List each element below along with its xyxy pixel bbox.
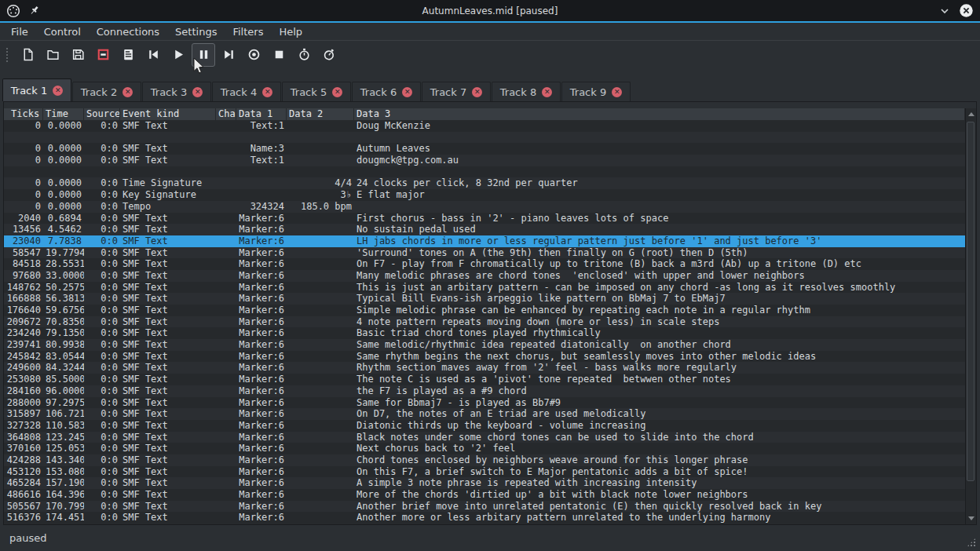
tab-track-8[interactable]: Track 8✕: [492, 82, 561, 101]
timer-button[interactable]: [292, 43, 316, 67]
record-button[interactable]: [242, 43, 265, 67]
timer-icon: [298, 48, 311, 61]
tab-close-button[interactable]: ✕: [53, 86, 63, 96]
red-minus-button[interactable]: [91, 43, 115, 67]
event-row[interactable]: 14876250.25750:0SMF TextMarker:6This is …: [4, 282, 965, 294]
event-row[interactable]: 28416096.00000:0SMF TextMarker:6the F7 i…: [4, 385, 965, 397]
column-header-source[interactable]: Source: [84, 108, 120, 120]
tab-track-5[interactable]: Track 5✕: [282, 82, 351, 101]
play-button[interactable]: [166, 43, 190, 67]
event-row[interactable]: 00.00000:0Tempo324324185.0 bpm: [4, 201, 965, 213]
event-row[interactable]: 24960084.32440:0SMF TextMarker:6Rhythm s…: [4, 362, 965, 374]
tab-close-button[interactable]: ✕: [472, 87, 482, 97]
cell: 174.4512: [43, 512, 84, 524]
vertical-scrollbar[interactable]: [965, 108, 976, 524]
cell: SMF Text: [120, 270, 216, 282]
tab-track-4[interactable]: Track 4✕: [212, 82, 281, 101]
event-row[interactable]: 00.00000:0SMF TextName:3Autumn Leaves: [4, 143, 965, 155]
stop-button[interactable]: [267, 43, 291, 67]
event-row[interactable]: 516376174.45120:0SMF TextMarker:6Another…: [4, 512, 965, 524]
column-header-data-1[interactable]: Data 1: [236, 108, 287, 120]
event-row[interactable]: 23424079.13500:0SMF TextMarker:6Basic tr…: [4, 327, 965, 339]
pin-icon[interactable]: [28, 5, 40, 16]
new-file-button[interactable]: [16, 43, 39, 67]
event-row[interactable]: 486616164.39690:0SMF TextMarker:6More of…: [4, 489, 965, 501]
event-row[interactable]: 327328110.58370:0SMF TextMarker:6Diatoni…: [4, 420, 965, 432]
shade-button[interactable]: [938, 5, 951, 17]
event-row[interactable]: 00.00000:0SMF TextText:1Doug McKenzie: [4, 120, 965, 132]
event-row[interactable]: 465284157.19060:0SMF TextMarker:6A simpl…: [4, 477, 965, 489]
toolbar-drag-handle[interactable]: [5, 47, 9, 63]
event-row-selected[interactable]: 230407.78380:0SMF TextMarker:6LH jabs ch…: [4, 235, 965, 247]
tab-close-button[interactable]: ✕: [402, 87, 412, 97]
menu-settings[interactable]: Settings: [167, 24, 225, 39]
tab-close-button[interactable]: ✕: [262, 87, 272, 97]
tab-close-button[interactable]: ✕: [192, 87, 203, 97]
column-header-chan[interactable]: Chan: [216, 108, 236, 120]
event-row[interactable]: 20967270.83500:0SMF TextMarker:64 note p…: [4, 316, 965, 328]
event-row[interactable]: 8451828.55310:0SMF TextMarker:6On F7 - p…: [4, 258, 965, 270]
skip-forward-button[interactable]: [217, 43, 240, 67]
tab-track-1[interactable]: Track 1✕: [2, 78, 71, 101]
scrollbar-thumb[interactable]: [967, 122, 975, 481]
event-row[interactable]: [4, 166, 965, 178]
timer-repeat-button[interactable]: [317, 43, 341, 67]
event-row[interactable]: 28800097.29750:0SMF TextMarker:6Same for…: [4, 397, 965, 409]
cell: dougmck@tpg.com.au: [354, 155, 965, 166]
event-row[interactable]: 424288143.34060:0SMF TextMarker:6Chord t…: [4, 454, 965, 466]
tab-track-9[interactable]: Track 9✕: [561, 82, 631, 101]
menu-control[interactable]: Control: [36, 24, 89, 39]
event-row[interactable]: 315897106.72190:0SMF TextMarker:6On D7, …: [4, 408, 965, 420]
scroll-down-button[interactable]: [967, 513, 975, 524]
event-row[interactable]: 5854719.77940:0SMF TextMarker:6'Surround…: [4, 247, 965, 259]
tab-close-button[interactable]: ✕: [122, 87, 133, 97]
event-row[interactable]: 00.00000:0Key Signature3♭E flat major: [4, 189, 965, 201]
menu-file[interactable]: File: [3, 24, 36, 39]
tab-track-2[interactable]: Track 2✕: [72, 82, 141, 101]
column-header-data-2[interactable]: Data 2: [287, 108, 354, 120]
tab-track-6[interactable]: Track 6✕: [352, 82, 421, 101]
event-row[interactable]: 23974180.99380:0SMF TextMarker:6Same mel…: [4, 339, 965, 351]
tab-track-7[interactable]: Track 7✕: [422, 82, 491, 101]
event-row[interactable]: 00.00000:0Time Signature4/424 clocks per…: [4, 177, 965, 189]
column-header-event-kind[interactable]: Event kind: [120, 108, 216, 120]
event-row[interactable]: 20400.68940:0SMF TextMarker:6First choru…: [4, 213, 965, 224]
column-header-ticks[interactable]: Ticks: [4, 108, 43, 120]
event-log-button[interactable]: [116, 43, 140, 67]
event-row[interactable]: 9768033.00000:0SMF TextMarker:6Many melo…: [4, 270, 965, 282]
event-row[interactable]: 505567170.79940:0SMF TextMarker:6Another…: [4, 501, 965, 513]
scroll-up-button[interactable]: [967, 108, 975, 119]
cell: 234240: [4, 327, 43, 339]
event-row[interactable]: 370160125.05370:0SMF TextMarker:6Next ch…: [4, 443, 965, 454]
tab-close-button[interactable]: ✕: [612, 87, 622, 97]
event-row[interactable]: 364808123.24560:0SMF TextMarker:6Black n…: [4, 432, 965, 443]
event-row[interactable]: 25308085.50000:0SMF TextMarker:6The note…: [4, 374, 965, 385]
event-row[interactable]: 00.00000:0SMF TextText:1dougmck@tpg.com.…: [4, 155, 965, 166]
save-file-button[interactable]: [66, 43, 90, 67]
skip-backward-button[interactable]: [141, 43, 165, 67]
tab-close-button[interactable]: ✕: [332, 87, 342, 97]
cell: On this F7, a brief switch to E Major pe…: [354, 466, 965, 478]
tab-close-button[interactable]: ✕: [542, 87, 552, 97]
table-body: 00.00000:0SMF TextText:1Doug McKenzie00.…: [4, 120, 965, 524]
event-row[interactable]: 134564.54620:0SMF TextMarker:6No sustain…: [4, 224, 965, 235]
pause-button[interactable]: [192, 43, 215, 67]
cell: 143.3406: [43, 454, 84, 466]
column-header-data-3[interactable]: Data 3: [354, 108, 965, 120]
menu-filters[interactable]: Filters: [225, 24, 271, 39]
close-button[interactable]: [959, 3, 974, 18]
resize-grip[interactable]: [967, 538, 976, 547]
column-header-time[interactable]: Time: [43, 108, 84, 120]
open-file-button[interactable]: [41, 43, 64, 67]
cell: 245842: [4, 351, 43, 363]
event-row[interactable]: 453120153.08060:0SMF TextMarker:6On this…: [4, 466, 965, 478]
red-minus-icon: [97, 48, 110, 61]
menu-connections[interactable]: Connections: [89, 24, 167, 39]
menu-help[interactable]: Help: [271, 24, 310, 39]
tab-track-3[interactable]: Track 3✕: [142, 82, 211, 101]
event-row[interactable]: [4, 132, 965, 144]
event-row[interactable]: 24584283.05440:0SMF TextMarker:6Same rhy…: [4, 351, 965, 363]
event-row[interactable]: 16688856.38130:0SMF TextMarker:6Typical …: [4, 293, 965, 305]
cell: 0:0: [84, 443, 120, 454]
event-row[interactable]: 17664059.67560:0SMF TextMarker:6Simple m…: [4, 305, 965, 316]
